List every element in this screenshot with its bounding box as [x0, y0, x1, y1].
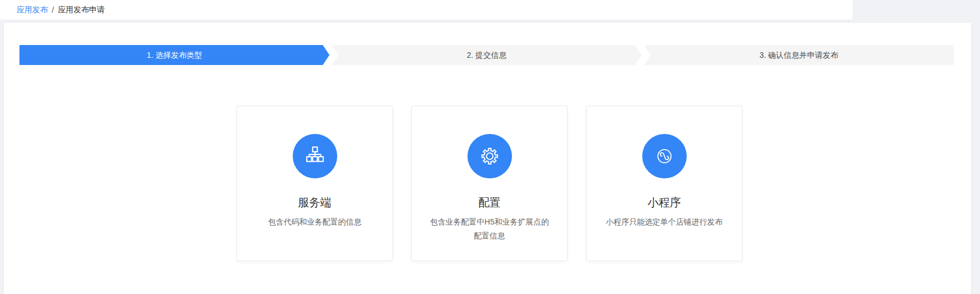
card-description: 小程序只能选定单个店铺进行发布: [587, 215, 742, 229]
breadcrumb-separator: /: [52, 6, 54, 14]
step-2-submit-info[interactable]: 2. 提交信息: [332, 45, 642, 65]
card-title: 小程序: [587, 196, 742, 209]
step-3-confirm-and-apply[interactable]: 3. 确认信息并申请发布: [644, 45, 954, 65]
breadcrumb: 应用发布 / 应用发布申请: [0, 0, 853, 19]
publish-type-cards: 服务端 包含代码和业务配置的信息 配置 包含业务配置中H5和业务扩展点的配置信息…: [237, 106, 742, 261]
card-miniprogram[interactable]: 小程序 小程序只能选定单个店铺进行发布: [586, 106, 742, 261]
card-title: 配置: [412, 196, 567, 209]
content-panel: 1. 选择发布类型 2. 提交信息 3. 确认信息并申请发布 服务端 包含代码和…: [4, 23, 971, 294]
step-1-select-publish-type[interactable]: 1. 选择发布类型: [19, 45, 329, 65]
card-server-side[interactable]: 服务端 包含代码和业务配置的信息: [237, 106, 393, 261]
card-config[interactable]: 配置 包含业务配置中H5和业务扩展点的配置信息: [411, 106, 568, 261]
step-wizard: 1. 选择发布类型 2. 提交信息 3. 确认信息并申请发布: [19, 45, 954, 65]
card-title: 服务端: [237, 196, 392, 209]
gear-icon: [467, 134, 512, 178]
card-description: 包含业务配置中H5和业务扩展点的配置信息: [412, 215, 567, 243]
miniprogram-icon: [642, 134, 687, 178]
breadcrumb-current: 应用发布申请: [58, 5, 105, 15]
breadcrumb-link-app-publish[interactable]: 应用发布: [17, 5, 48, 15]
org-chart-icon: [293, 134, 337, 178]
card-description: 包含代码和业务配置的信息: [237, 215, 392, 229]
